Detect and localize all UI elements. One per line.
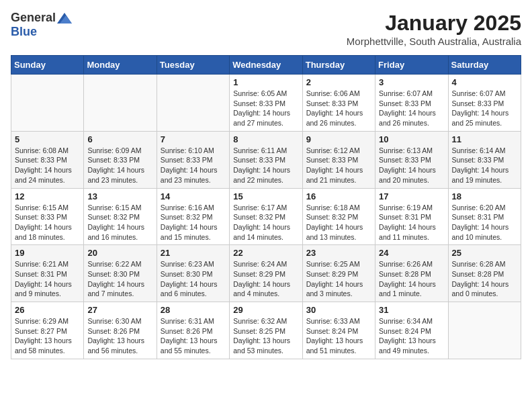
calendar-cell: 16Sunrise: 6:18 AMSunset: 8:32 PMDayligh… (302, 188, 375, 245)
day-number: 5 (15, 134, 80, 144)
calendar-cell: 9Sunrise: 6:12 AMSunset: 8:33 PMDaylight… (302, 131, 375, 188)
day-number: 19 (15, 248, 80, 258)
day-info: Sunrise: 6:15 AMSunset: 8:33 PMDaylight:… (15, 203, 80, 242)
day-number: 26 (15, 305, 80, 315)
day-info: Sunrise: 6:32 AMSunset: 8:25 PMDaylight:… (233, 316, 298, 356)
calendar-cell (11, 75, 84, 132)
day-number: 3 (379, 77, 444, 87)
weekday-header-wednesday: Wednesday (230, 56, 302, 75)
calendar-cell (84, 75, 157, 132)
day-info: Sunrise: 6:18 AMSunset: 8:32 PMDaylight:… (306, 203, 371, 242)
day-number: 4 (452, 77, 517, 87)
day-info: Sunrise: 6:23 AMSunset: 8:30 PMDaylight:… (161, 259, 226, 299)
weekday-header-sunday: Sunday (11, 56, 84, 75)
day-info: Sunrise: 6:31 AMSunset: 8:26 PMDaylight:… (161, 316, 226, 356)
calendar-week-row: 12Sunrise: 6:15 AMSunset: 8:33 PMDayligh… (11, 188, 521, 245)
day-info: Sunrise: 6:26 AMSunset: 8:28 PMDaylight:… (379, 259, 444, 299)
day-info: Sunrise: 6:05 AMSunset: 8:33 PMDaylight:… (233, 89, 298, 128)
calendar-cell: 17Sunrise: 6:19 AMSunset: 8:31 PMDayligh… (375, 188, 448, 245)
day-info: Sunrise: 6:22 AMSunset: 8:30 PMDaylight:… (87, 259, 152, 299)
day-number: 17 (379, 191, 444, 201)
calendar-subtitle: Morphettville, South Australia, Australi… (347, 36, 521, 47)
day-number: 16 (306, 191, 371, 201)
day-number: 7 (161, 134, 226, 144)
calendar-cell: 8Sunrise: 6:11 AMSunset: 8:33 PMDaylight… (230, 131, 302, 188)
calendar-cell: 29Sunrise: 6:32 AMSunset: 8:25 PMDayligh… (230, 302, 302, 359)
calendar-cell: 20Sunrise: 6:22 AMSunset: 8:30 PMDayligh… (84, 245, 157, 302)
day-number: 30 (306, 305, 371, 315)
calendar-cell: 23Sunrise: 6:25 AMSunset: 8:29 PMDayligh… (302, 245, 375, 302)
day-info: Sunrise: 6:11 AMSunset: 8:33 PMDaylight:… (233, 146, 298, 185)
day-info: Sunrise: 6:10 AMSunset: 8:33 PMDaylight:… (161, 146, 226, 185)
day-number: 15 (233, 191, 298, 201)
calendar-cell: 25Sunrise: 6:28 AMSunset: 8:28 PMDayligh… (448, 245, 521, 302)
calendar-title: January 2025 (347, 11, 521, 36)
day-info: Sunrise: 6:07 AMSunset: 8:33 PMDaylight:… (452, 89, 517, 128)
calendar-cell: 22Sunrise: 6:24 AMSunset: 8:29 PMDayligh… (230, 245, 302, 302)
weekday-header-row: SundayMondayTuesdayWednesdayThursdayFrid… (11, 56, 521, 75)
day-number: 21 (161, 248, 226, 258)
weekday-header-thursday: Thursday (302, 56, 375, 75)
day-number: 9 (306, 134, 371, 144)
calendar-week-row: 1Sunrise: 6:05 AMSunset: 8:33 PMDaylight… (11, 75, 521, 132)
calendar-cell (157, 75, 229, 132)
day-number: 1 (233, 77, 298, 87)
day-info: Sunrise: 6:30 AMSunset: 8:26 PMDaylight:… (87, 316, 152, 356)
calendar-cell: 3Sunrise: 6:07 AMSunset: 8:33 PMDaylight… (375, 75, 448, 132)
day-info: Sunrise: 6:13 AMSunset: 8:33 PMDaylight:… (379, 146, 444, 185)
day-number: 11 (452, 134, 517, 144)
day-number: 13 (87, 191, 152, 201)
day-info: Sunrise: 6:24 AMSunset: 8:29 PMDaylight:… (233, 259, 298, 299)
calendar-cell: 31Sunrise: 6:34 AMSunset: 8:24 PMDayligh… (375, 302, 448, 359)
day-info: Sunrise: 6:07 AMSunset: 8:33 PMDaylight:… (379, 89, 444, 128)
day-number: 27 (87, 305, 152, 315)
day-number: 12 (15, 191, 80, 201)
day-info: Sunrise: 6:25 AMSunset: 8:29 PMDaylight:… (306, 259, 371, 299)
weekday-header-friday: Friday (375, 56, 448, 75)
logo: General Blue (11, 11, 72, 39)
calendar-cell: 4Sunrise: 6:07 AMSunset: 8:33 PMDaylight… (448, 75, 521, 132)
day-info: Sunrise: 6:17 AMSunset: 8:32 PMDaylight:… (233, 203, 298, 242)
title-section: January 2025 Morphettville, South Austra… (347, 11, 521, 47)
day-info: Sunrise: 6:34 AMSunset: 8:24 PMDaylight:… (379, 316, 444, 356)
calendar-cell: 14Sunrise: 6:16 AMSunset: 8:32 PMDayligh… (157, 188, 229, 245)
calendar-cell: 2Sunrise: 6:06 AMSunset: 8:33 PMDaylight… (302, 75, 375, 132)
day-number: 22 (233, 248, 298, 258)
logo-icon (57, 13, 72, 24)
logo-general-text: General (11, 11, 56, 25)
calendar-cell: 6Sunrise: 6:09 AMSunset: 8:33 PMDaylight… (84, 131, 157, 188)
calendar-cell: 11Sunrise: 6:14 AMSunset: 8:33 PMDayligh… (448, 131, 521, 188)
day-number: 14 (161, 191, 226, 201)
day-info: Sunrise: 6:09 AMSunset: 8:33 PMDaylight:… (87, 146, 152, 185)
day-info: Sunrise: 6:33 AMSunset: 8:24 PMDaylight:… (306, 316, 371, 356)
calendar-cell: 28Sunrise: 6:31 AMSunset: 8:26 PMDayligh… (157, 302, 229, 359)
day-info: Sunrise: 6:15 AMSunset: 8:32 PMDaylight:… (87, 203, 152, 242)
day-number: 24 (379, 248, 444, 258)
day-number: 20 (87, 248, 152, 258)
calendar-week-row: 26Sunrise: 6:29 AMSunset: 8:27 PMDayligh… (11, 302, 521, 359)
day-info: Sunrise: 6:20 AMSunset: 8:31 PMDaylight:… (452, 203, 517, 242)
day-number: 6 (87, 134, 152, 144)
calendar-week-row: 19Sunrise: 6:21 AMSunset: 8:31 PMDayligh… (11, 245, 521, 302)
day-info: Sunrise: 6:29 AMSunset: 8:27 PMDaylight:… (15, 316, 80, 356)
calendar-cell: 27Sunrise: 6:30 AMSunset: 8:26 PMDayligh… (84, 302, 157, 359)
day-number: 31 (379, 305, 444, 315)
day-info: Sunrise: 6:28 AMSunset: 8:28 PMDaylight:… (452, 259, 517, 299)
weekday-header-monday: Monday (84, 56, 157, 75)
day-number: 8 (233, 134, 298, 144)
calendar-table: SundayMondayTuesdayWednesdayThursdayFrid… (11, 55, 521, 359)
day-number: 29 (233, 305, 298, 315)
calendar-cell: 26Sunrise: 6:29 AMSunset: 8:27 PMDayligh… (11, 302, 84, 359)
calendar-cell: 18Sunrise: 6:20 AMSunset: 8:31 PMDayligh… (448, 188, 521, 245)
calendar-cell: 21Sunrise: 6:23 AMSunset: 8:30 PMDayligh… (157, 245, 229, 302)
day-number: 23 (306, 248, 371, 258)
day-info: Sunrise: 6:21 AMSunset: 8:31 PMDaylight:… (15, 259, 80, 299)
calendar-cell: 5Sunrise: 6:08 AMSunset: 8:33 PMDaylight… (11, 131, 84, 188)
day-info: Sunrise: 6:12 AMSunset: 8:33 PMDaylight:… (306, 146, 371, 185)
day-info: Sunrise: 6:19 AMSunset: 8:31 PMDaylight:… (379, 203, 444, 242)
calendar-cell: 13Sunrise: 6:15 AMSunset: 8:32 PMDayligh… (84, 188, 157, 245)
day-info: Sunrise: 6:14 AMSunset: 8:33 PMDaylight:… (452, 146, 517, 185)
weekday-header-tuesday: Tuesday (157, 56, 229, 75)
calendar-cell: 1Sunrise: 6:05 AMSunset: 8:33 PMDaylight… (230, 75, 302, 132)
calendar-cell (448, 302, 521, 359)
